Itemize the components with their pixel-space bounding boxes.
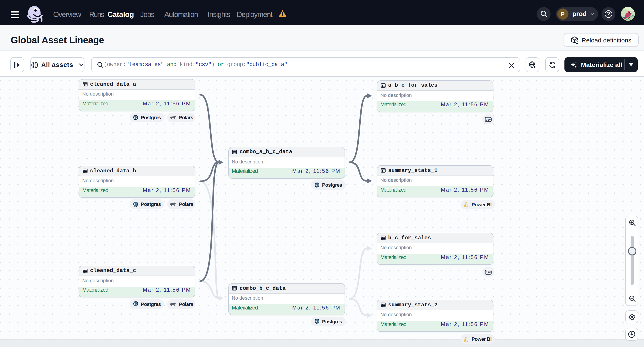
svg-text:CSV: CSV (486, 118, 491, 121)
svg-text:CSV: CSV (486, 271, 491, 274)
